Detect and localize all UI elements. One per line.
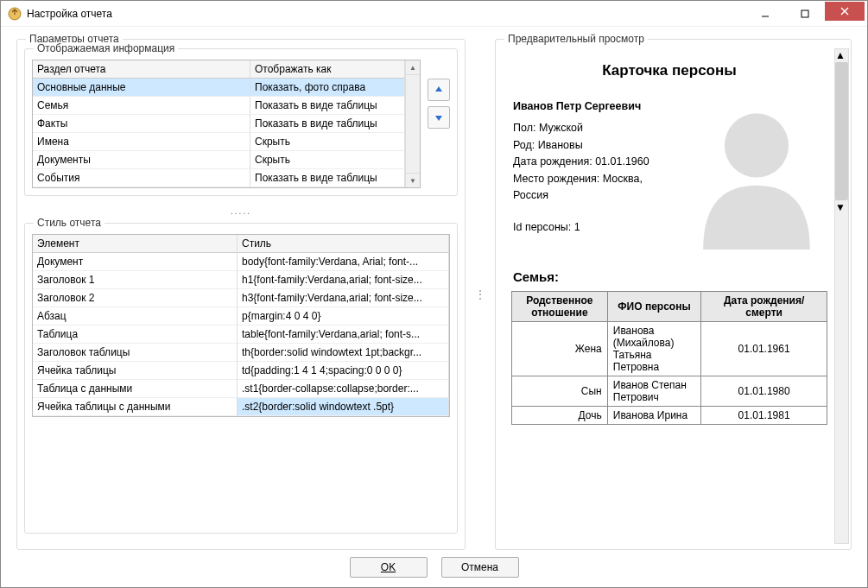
table-row[interactable]: Таблица с данными.st1{border-collapse:co… xyxy=(33,380,449,398)
preview-title: Карточка персоны xyxy=(506,54,833,98)
display-info-wrap: Раздел отчета Отображать как Основные да… xyxy=(32,60,450,188)
maximize-button[interactable] xyxy=(785,4,825,23)
cell-element: Документ xyxy=(33,253,238,271)
style-grid[interactable]: Элемент Стиль Документbody{font-family:V… xyxy=(32,234,450,417)
person-block: Иванов Петр Сергеевич Пол: Мужской Род: … xyxy=(506,98,833,254)
style-label: Стиль отчета xyxy=(34,217,105,229)
col-section: Раздел отчета xyxy=(33,60,250,79)
cell-element: Абзац xyxy=(33,307,238,326)
dialog-content: Параметры отчета Отображаемая информация… xyxy=(1,27,867,550)
dialog-footer: OK Отмена xyxy=(1,550,867,585)
move-down-button[interactable] xyxy=(428,106,450,129)
scroll-up-icon[interactable]: ▲ xyxy=(406,60,420,75)
col-relation: Родственное отношение xyxy=(512,292,608,322)
family-heading: Семья: xyxy=(506,254,833,291)
cancel-button[interactable]: Отмена xyxy=(441,557,519,578)
place-label: Место рождения: xyxy=(513,173,599,185)
cell-name: Иванова Ирина xyxy=(607,407,700,425)
table-row[interactable]: СобытияПоказать в виде таблицы xyxy=(33,169,405,187)
table-row[interactable]: ФактыПоказать в виде таблицы xyxy=(33,115,405,133)
cell-relation: Жена xyxy=(512,322,608,376)
svg-point-5 xyxy=(725,113,789,177)
table-row[interactable]: Ячейка таблицыtd{padding:1 4 1 4;spacing… xyxy=(33,362,449,380)
id-value: 1 xyxy=(574,221,580,233)
grid-header: Раздел отчета Отображать как xyxy=(33,60,405,79)
id-label: Id персоны: xyxy=(513,221,571,233)
table-row[interactable]: Абзацp{margin:4 0 4 0} xyxy=(33,307,449,326)
cell-section: События xyxy=(33,169,250,187)
family-table: Родственное отношение ФИО персоны Дата р… xyxy=(511,291,827,425)
scroll-down-icon[interactable]: ▼ xyxy=(406,173,420,187)
sex-label: Пол: xyxy=(513,122,535,134)
reorder-buttons xyxy=(428,60,450,188)
cell-mode: Показать в виде таблицы xyxy=(250,169,405,187)
scroll-down-icon[interactable]: ▼ xyxy=(835,201,848,213)
cell-element: Заголовок 2 xyxy=(33,289,238,307)
scroll-up-icon[interactable]: ▲ xyxy=(835,49,848,61)
cell-mode: Показать, фото справа xyxy=(250,79,405,97)
cell-element: Таблица с данными xyxy=(33,380,238,398)
table-row[interactable]: Заголовок 2h3{font-family:Verdana,arial;… xyxy=(33,289,449,307)
birth-label: Дата рождения: xyxy=(513,155,592,168)
birth-value: 01.01.1960 xyxy=(595,155,649,168)
person-info: Иванов Петр Сергеевич Пол: Мужской Род: … xyxy=(513,98,679,254)
preview-scrollbar[interactable]: ▲ ▼ xyxy=(834,48,849,544)
table-row[interactable]: Заголовок 1h1{font-family:Verdana,arial;… xyxy=(33,271,449,289)
table-row[interactable]: ИменаСкрыть xyxy=(33,133,405,151)
cell-css: table{font-family:Verdana,arial; font-s.… xyxy=(238,326,449,344)
cell-css: h3{font-family:Verdana,arial; font-size.… xyxy=(238,289,449,307)
col-fullname: ФИО персоны xyxy=(607,292,700,322)
cell-css: body{font-family:Verdana, Arial; font-..… xyxy=(238,253,449,271)
close-button[interactable] xyxy=(825,2,865,21)
style-group: Стиль отчета Элемент Стиль Документbody{… xyxy=(24,223,458,534)
table-row[interactable]: Основные данныеПоказать, фото справа xyxy=(33,79,405,97)
move-up-button[interactable] xyxy=(428,79,450,101)
cell-section: Основные данные xyxy=(33,79,250,97)
cell-mode: Показать в виде таблицы xyxy=(250,115,405,133)
grid-header: Элемент Стиль xyxy=(33,235,449,253)
cell-element: Таблица xyxy=(33,326,238,344)
cell-element: Ячейка таблицы с данными xyxy=(33,398,238,416)
cell-date: 01.01.1980 xyxy=(701,376,827,407)
cell-mode: Скрыть xyxy=(250,133,405,151)
vertical-splitter[interactable]: ⋮ xyxy=(478,39,483,550)
clan-value: Ивановы xyxy=(538,139,583,151)
cell-css: td{padding:1 4 1 4;spacing:0 0 0 0} xyxy=(238,362,449,380)
table-row[interactable]: Документbody{font-family:Verdana, Arial;… xyxy=(33,253,449,271)
left-column: Параметры отчета Отображаемая информация… xyxy=(16,39,466,550)
window-title: Настройка отчета xyxy=(27,8,745,20)
cell-section: Факты xyxy=(33,115,250,133)
cell-element: Ячейка таблицы xyxy=(33,362,238,380)
table-row[interactable]: Таблицаtable{font-family:Verdana,arial; … xyxy=(33,326,449,344)
clan-label: Род: xyxy=(513,139,535,151)
cell-section: Имена xyxy=(33,133,250,151)
cell-mode: Показать в виде таблицы xyxy=(250,97,405,115)
cell-relation: Сын xyxy=(512,376,608,407)
col-mode: Отображать как xyxy=(250,60,405,79)
col-style: Стиль xyxy=(238,235,449,253)
grid-scrollbar[interactable]: ▲ ▼ xyxy=(405,60,420,187)
table-row[interactable]: ДокументыСкрыть xyxy=(33,151,405,169)
svg-rect-2 xyxy=(801,10,808,17)
scroll-thumb[interactable] xyxy=(835,62,848,200)
cell-name: Иванов Степан Петрович xyxy=(607,376,700,407)
preview-label: Предварительный просмотр xyxy=(504,33,648,45)
table-row: СынИванов Степан Петрович01.01.1980 xyxy=(512,376,827,407)
app-icon xyxy=(8,7,22,21)
cell-date: 01.01.1961 xyxy=(701,322,827,376)
ok-button[interactable]: OK xyxy=(350,557,428,578)
cell-date: 01.01.1981 xyxy=(701,407,827,425)
minimize-button[interactable] xyxy=(745,4,785,23)
cell-relation: Дочь xyxy=(512,407,608,425)
display-info-label: Отображаемая информация xyxy=(34,42,178,54)
table-row[interactable]: Заголовок таблицыth{border:solid windowt… xyxy=(33,344,449,362)
cell-name: Иванова (Михайлова) Татьяна Петровна xyxy=(607,322,700,376)
table-row[interactable]: Ячейка таблицы с данными.st2{border:soli… xyxy=(33,398,449,416)
table-row: ЖенаИванова (Михайлова) Татьяна Петровна… xyxy=(512,322,827,376)
cell-section: Документы xyxy=(33,151,250,169)
display-info-group: Отображаемая информация Раздел отчета От… xyxy=(24,48,458,196)
cell-mode: Скрыть xyxy=(250,151,405,169)
cell-css: .st1{border-collapse:collapse;border:... xyxy=(238,380,449,398)
display-info-grid[interactable]: Раздел отчета Отображать как Основные да… xyxy=(32,60,421,188)
table-row[interactable]: СемьяПоказать в виде таблицы xyxy=(33,97,405,115)
